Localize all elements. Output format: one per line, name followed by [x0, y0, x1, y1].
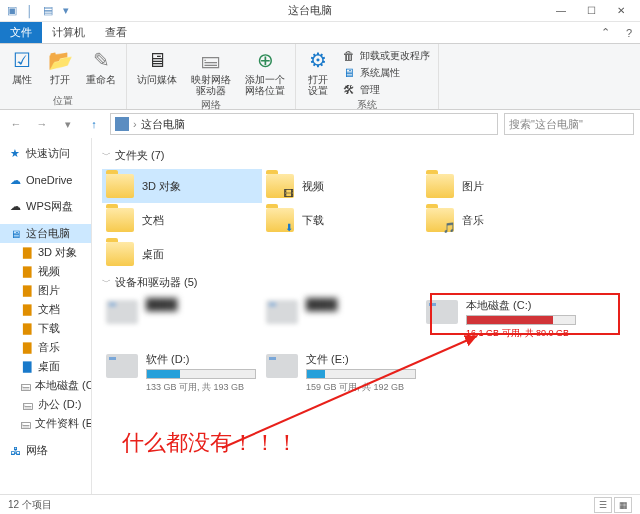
sidebar-item[interactable]: ▇文档 [0, 300, 91, 319]
ribbon-tabs: 文件 计算机 查看 ⌃ ? [0, 22, 640, 44]
folder-icon [426, 174, 454, 198]
status-bar: 12 个项目 ☰ ▦ [0, 494, 640, 514]
folder-item[interactable]: 图片 [422, 169, 582, 203]
sidebar-item[interactable]: ▇下载 [0, 319, 91, 338]
search-input[interactable]: 搜索"这台电脑" [504, 113, 634, 135]
folder-icon: ▇ [20, 322, 34, 336]
folder-item[interactable]: ⬇下载 [262, 203, 422, 237]
drive-icon: 🖴 [20, 398, 34, 412]
map-drive-button[interactable]: 🖴 映射网络 驱动器 [187, 46, 235, 98]
maximize-button[interactable]: ☐ [576, 0, 606, 22]
drive-item-blurred[interactable]: ████ [102, 296, 262, 342]
sidebar-item[interactable]: ▇音乐 [0, 338, 91, 357]
folder-icon [106, 174, 134, 198]
open-settings-button[interactable]: ⚙ 打开 设置 [302, 46, 334, 98]
rename-button[interactable]: ✎ 重命名 [82, 46, 120, 94]
ribbon-group-system: ⚙ 打开 设置 🗑 卸载或更改程序 🖥 系统属性 🛠 管理 系统 [296, 44, 439, 109]
tab-view[interactable]: 查看 [95, 22, 137, 43]
folder-item[interactable]: 桌面 [102, 237, 262, 271]
folder-icon [106, 242, 134, 266]
open-button[interactable]: 📂 打开 [44, 46, 76, 94]
usage-bar [466, 315, 576, 325]
nav-history-button[interactable]: ▾ [58, 114, 78, 134]
folder-icon: ▇ [20, 360, 34, 374]
search-placeholder: 搜索"这台电脑" [509, 117, 583, 132]
map-drive-icon: 🖴 [199, 48, 223, 72]
sidebar-item[interactable]: ▇视频 [0, 262, 91, 281]
drive-item-d[interactable]: 软件 (D:) 133 GB 可用, 共 193 GB [102, 350, 262, 396]
address-bar: ← → ▾ ↑ › 这台电脑 搜索"这台电脑" [0, 110, 640, 138]
drive-icon [106, 300, 138, 324]
quick-access-toolbar: ▣ │ ▤ ▾ [4, 3, 74, 19]
uninstall-button[interactable]: 🗑 卸载或更改程序 [340, 48, 432, 64]
sidebar-onedrive[interactable]: ☁OneDrive [0, 171, 91, 189]
properties-button[interactable]: ☑ 属性 [6, 46, 38, 94]
folder-icon [106, 208, 134, 232]
drive-item-e[interactable]: 文件 (E:) 159 GB 可用, 共 192 GB [262, 350, 422, 396]
usage-bar [146, 369, 256, 379]
sidebar-item[interactable]: 🖴本地磁盘 (C:) [0, 376, 91, 395]
drives-grid: ████ ████ 本地磁盘 (C:) 16.1 GB 可用, 共 80.0 G… [102, 296, 630, 404]
add-location-icon: ⊕ [253, 48, 277, 72]
breadcrumb-item[interactable]: 这台电脑 [141, 117, 185, 132]
drive-item-c[interactable]: 本地磁盘 (C:) 16.1 GB 可用, 共 80.0 GB [422, 296, 582, 342]
qat-properties-icon[interactable]: ▤ [40, 3, 56, 19]
group-label-location: 位置 [6, 94, 120, 109]
folder-item[interactable]: 文档 [102, 203, 262, 237]
nav-back-button[interactable]: ← [6, 114, 26, 134]
folders-section-header[interactable]: ﹀ 文件夹 (7) [102, 148, 630, 163]
sidebar-quick-access[interactable]: ★快速访问 [0, 144, 91, 163]
folder-icon: 🎵 [426, 208, 454, 232]
folder-icon: ▇ [20, 303, 34, 317]
media-icon: 🖥 [145, 48, 169, 72]
nav-up-button[interactable]: ↑ [84, 114, 104, 134]
system-props-button[interactable]: 🖥 系统属性 [340, 65, 432, 81]
folder-icon: ▇ [20, 284, 34, 298]
sidebar-wps[interactable]: ☁WPS网盘 [0, 197, 91, 216]
manage-icon: 🛠 [342, 83, 356, 97]
nav-forward-button[interactable]: → [32, 114, 52, 134]
ribbon-collapse-button[interactable]: ⌃ [593, 22, 618, 43]
uninstall-icon: 🗑 [342, 49, 356, 63]
drives-section-header[interactable]: ﹀ 设备和驱动器 (5) [102, 275, 630, 290]
chevron-down-icon: ﹀ [102, 276, 111, 289]
ribbon-help-button[interactable]: ? [618, 22, 640, 43]
breadcrumb[interactable]: › 这台电脑 [110, 113, 498, 135]
manage-button[interactable]: 🛠 管理 [340, 82, 432, 98]
sidebar-item[interactable]: 🖴办公 (D:) [0, 395, 91, 414]
folder-icon: 🎞 [266, 174, 294, 198]
sidebar-this-pc[interactable]: 🖥这台电脑 [0, 224, 91, 243]
view-details-button[interactable]: ☰ [594, 497, 612, 513]
sidebar-item[interactable]: ▇桌面 [0, 357, 91, 376]
sidebar-item[interactable]: ▇3D 对象 [0, 243, 91, 262]
folder-item[interactable]: 3D 对象 [102, 169, 262, 203]
tab-file[interactable]: 文件 [0, 22, 42, 43]
status-count: 12 个项目 [8, 498, 52, 512]
folder-icon: ▇ [20, 265, 34, 279]
cloud-icon: ☁ [8, 173, 22, 187]
sidebar-item[interactable]: 🖴文件资料 (E:) [0, 414, 91, 433]
minimize-button[interactable]: — [546, 0, 576, 22]
close-button[interactable]: ✕ [606, 0, 636, 22]
star-icon: ★ [8, 147, 22, 161]
folder-item[interactable]: 🎞视频 [262, 169, 422, 203]
folder-item[interactable]: 🎵音乐 [422, 203, 582, 237]
app-icon: ▣ [4, 3, 20, 19]
access-media-button[interactable]: 🖥 访问媒体 [133, 46, 181, 98]
sidebar-network[interactable]: 🖧网络 [0, 441, 91, 460]
chevron-down-icon: ﹀ [102, 149, 111, 162]
folder-icon: ▇ [20, 341, 34, 355]
tab-computer[interactable]: 计算机 [42, 22, 95, 43]
drive-item-blurred[interactable]: ████ [262, 296, 422, 342]
ribbon-group-network: 🖥 访问媒体 🖴 映射网络 驱动器 ⊕ 添加一个 网络位置 网络 [127, 44, 296, 109]
settings-icon: ⚙ [306, 48, 330, 72]
view-icons-button[interactable]: ▦ [614, 497, 632, 513]
window-controls: — ☐ ✕ [546, 0, 636, 22]
rename-icon: ✎ [89, 48, 113, 72]
add-location-button[interactable]: ⊕ 添加一个 网络位置 [241, 46, 289, 98]
sidebar-item[interactable]: ▇图片 [0, 281, 91, 300]
window-title: 这台电脑 [74, 3, 546, 18]
folders-grid: 3D 对象 🎞视频 图片 文档 ⬇下载 🎵音乐 桌面 [102, 169, 630, 271]
properties-icon: ☑ [10, 48, 34, 72]
qat-dropdown-icon[interactable]: ▾ [58, 3, 74, 19]
